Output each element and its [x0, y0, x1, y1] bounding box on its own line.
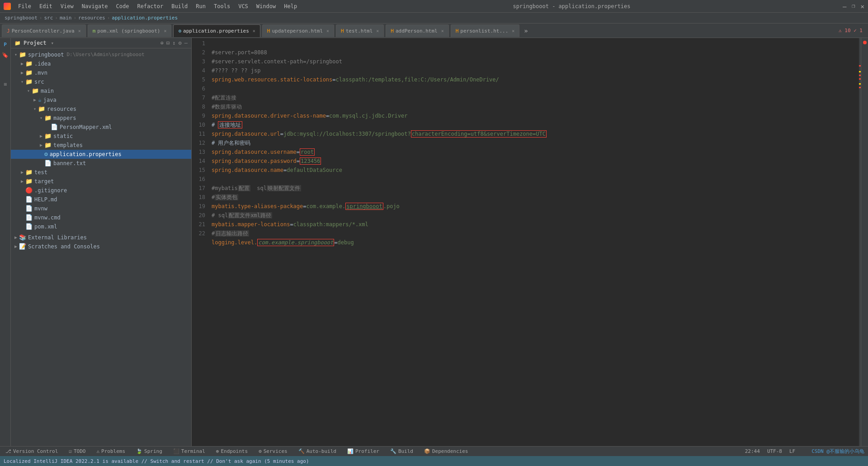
- services-btn[interactable]: ⚙ Services: [257, 447, 289, 456]
- tree-help[interactable]: 📄 HELP.md: [11, 195, 191, 204]
- locate-icon[interactable]: ⊕: [160, 40, 164, 46]
- menu-window[interactable]: Window: [253, 2, 279, 10]
- menu-navigate[interactable]: Navigate: [78, 2, 112, 10]
- menu-build[interactable]: Build: [168, 2, 191, 10]
- mvn-arrow: ▶: [19, 69, 25, 77]
- tree-gitignore[interactable]: 🔴 .gitignore: [11, 186, 191, 195]
- encoding-label[interactable]: UTF-8: [767, 448, 782, 454]
- tab-pom[interactable]: m pom.xml (springbooot) ×: [88, 24, 172, 37]
- root-path: D:\Users\Admin\springbooot: [66, 51, 144, 59]
- tree-application-props[interactable]: ⚙ application.properties: [11, 150, 191, 159]
- tree-src[interactable]: ▾ 📁 src: [11, 77, 191, 86]
- todo-btn[interactable]: ☑ TODO: [67, 447, 87, 456]
- tree-external[interactable]: ▶ 📚 External Libraries: [11, 233, 191, 242]
- dropdown-icon[interactable]: ▾: [51, 40, 54, 46]
- settings-icon[interactable]: ⚙: [179, 40, 182, 46]
- breadcrumb-part-2[interactable]: main: [60, 15, 72, 21]
- tree-banner[interactable]: 📄 banner.txt: [11, 159, 191, 168]
- project-tool-btn[interactable]: P: [1, 40, 10, 49]
- tree-test[interactable]: ▶ 📁 test: [11, 168, 191, 177]
- tree-mvnw[interactable]: 📄 mvnw: [11, 204, 191, 213]
- editor-tabs: J PersonController.java × m pom.xml (spr…: [0, 24, 868, 38]
- menu-run[interactable]: Run: [192, 2, 209, 10]
- breadcrumb-part-4[interactable]: application.properties: [112, 15, 178, 21]
- tree-scratches[interactable]: ▶ 📝 Scratches and Consoles: [11, 242, 191, 251]
- auto-build-btn[interactable]: 🔨 Auto-build: [297, 447, 338, 456]
- tab-close-addPerson[interactable]: ×: [441, 29, 444, 33]
- tab-PersonController[interactable]: J PersonController.java ×: [2, 24, 86, 37]
- menu-bar[interactable]: File Edit View Navigate Code Refactor Bu…: [14, 2, 301, 10]
- menu-edit[interactable]: Edit: [36, 2, 56, 10]
- tree-idea[interactable]: ▶ 📁 .idea: [11, 59, 191, 68]
- endpoints-btn[interactable]: ⊕ Endpoints: [214, 447, 250, 456]
- tab-addPerson[interactable]: H addPerson.html ×: [386, 24, 448, 37]
- tree-PersonMapper[interactable]: 📄 PersonMapper.xml: [11, 123, 191, 132]
- tab-close-personlist[interactable]: ×: [512, 29, 514, 33]
- menu-vcs[interactable]: VCS: [235, 2, 252, 10]
- dependencies-icon: 📦: [424, 448, 430, 454]
- problems-icon: ⚠: [96, 448, 99, 454]
- breadcrumb-part-1[interactable]: src: [44, 15, 53, 21]
- menu-file[interactable]: File: [14, 2, 35, 10]
- tree-static[interactable]: ▶ 📁 static: [11, 132, 191, 141]
- tab-close-PersonController[interactable]: ×: [78, 29, 81, 33]
- main-icon: 📁: [32, 87, 39, 95]
- window-controls[interactable]: — ❐ ✕: [843, 3, 864, 10]
- tab-close-updateperson[interactable]: ×: [326, 29, 329, 33]
- tab-personlist[interactable]: H personlist.ht... ×: [451, 24, 520, 37]
- line-sep-label[interactable]: LF: [789, 448, 795, 454]
- templates-icon: 📁: [44, 141, 52, 149]
- tab-close-test[interactable]: ×: [376, 29, 379, 33]
- menu-code[interactable]: Code: [113, 2, 133, 10]
- profiler-btn[interactable]: 📊 Profiler: [345, 447, 381, 456]
- collapse-icon[interactable]: ⊟: [166, 40, 170, 46]
- menu-help[interactable]: Help: [280, 2, 301, 10]
- code-line-3: #???? ?? ?? jsp: [212, 67, 260, 74]
- sort-icon[interactable]: ↕: [172, 40, 175, 46]
- resources-icon: 📁: [38, 105, 45, 113]
- tab-test[interactable]: H test.html ×: [336, 24, 384, 37]
- hide-icon[interactable]: —: [184, 40, 188, 46]
- dependencies-btn[interactable]: 📦 Dependencies: [422, 447, 470, 456]
- structure-tool-btn[interactable]: ≡: [1, 80, 10, 89]
- tree-mvnw-cmd[interactable]: 📄 mvnw.cmd: [11, 213, 191, 222]
- tree-pom[interactable]: 📄 pom.xml: [11, 222, 191, 231]
- application-props-label: application.properties: [50, 150, 122, 158]
- breadcrumb-part-0[interactable]: springbooot: [5, 15, 38, 21]
- tree-root[interactable]: ▾ 📁 springbooot D:\Users\Admin\springboo…: [11, 50, 191, 59]
- build-btn[interactable]: 🔧 Build: [388, 447, 415, 456]
- code-line-18: mybatis.type-aliases-package=com.example…: [212, 203, 400, 210]
- tree-mappers[interactable]: ▾ 📁 mappers: [11, 114, 191, 123]
- tab-updateperson[interactable]: H updateperson.html ×: [262, 24, 334, 37]
- error-badge: ⚠ 10 ✓ 1: [839, 28, 863, 33]
- tree-main[interactable]: ▾ 📁 main: [11, 86, 191, 95]
- tree-java[interactable]: ▶ ☕ java: [11, 95, 191, 105]
- tab-application[interactable]: ⚙ application.properties ×: [173, 24, 260, 37]
- main-arrow: ▾: [25, 87, 32, 95]
- menu-tools[interactable]: Tools: [210, 2, 234, 10]
- menu-view[interactable]: View: [57, 2, 77, 10]
- tab-close-application[interactable]: ×: [253, 29, 255, 33]
- tree-templates[interactable]: ▶ 📁 templates: [11, 141, 191, 150]
- spring-btn[interactable]: 🍃 Spring: [134, 447, 164, 456]
- tab-close-pom[interactable]: ×: [164, 29, 166, 33]
- minimize-button[interactable]: —: [843, 3, 846, 10]
- java-folder-icon: ☕: [38, 96, 42, 104]
- tree-resources[interactable]: ▾ 📁 resources: [11, 105, 191, 114]
- version-control-btn[interactable]: ⎇ Version Control: [4, 447, 60, 456]
- problems-btn[interactable]: ⚠ Problems: [94, 447, 127, 456]
- terminal-btn[interactable]: ⬛ Terminal: [171, 447, 207, 456]
- close-button[interactable]: ✕: [861, 3, 864, 10]
- tree-mvn[interactable]: ▶ 📁 .mvn: [11, 68, 191, 77]
- info-bar: Localized IntelliJ IDEA 2022.2.1 is avai…: [0, 456, 868, 466]
- root-folder-icon: 📁: [19, 51, 26, 59]
- tree-target[interactable]: ▶ 📁 target: [11, 177, 191, 186]
- menu-refactor[interactable]: Refactor: [133, 2, 167, 10]
- tabs-overflow[interactable]: »: [521, 27, 530, 34]
- bookmark-tool-btn[interactable]: 🔖: [1, 51, 10, 60]
- code-editor[interactable]: #server.port=8088 #server.servlet.contex…: [208, 38, 859, 446]
- maximize-button[interactable]: ❐: [852, 3, 855, 10]
- spring-icon: 🍃: [136, 448, 142, 454]
- breadcrumb-part-3[interactable]: resources: [78, 15, 105, 21]
- position-label: 22:44: [745, 448, 760, 454]
